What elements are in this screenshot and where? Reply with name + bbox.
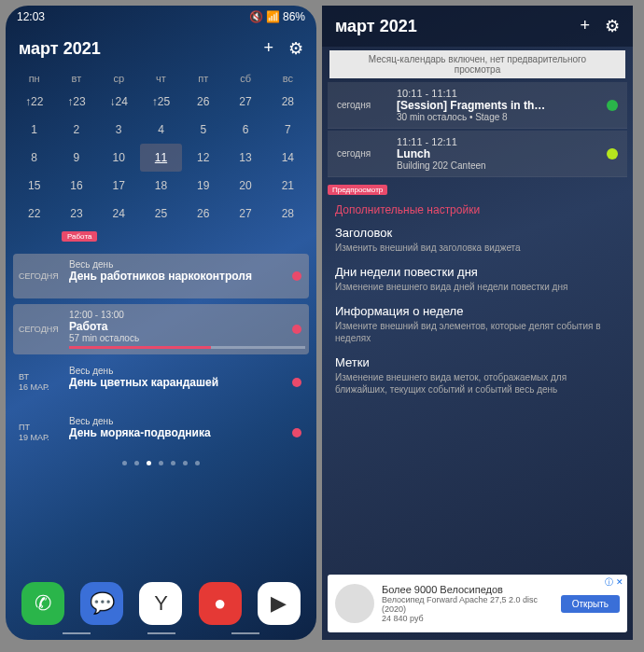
event-date: ВТ16 МАР. xyxy=(13,360,65,405)
widget-event[interactable]: сегодня 11:11 - 12:11 Lunch Building 202… xyxy=(328,131,627,177)
calendar-day[interactable]: 16 xyxy=(55,172,97,200)
setting-title: Дни недели повестки дня xyxy=(335,265,620,279)
status-icons: 🔇 📶 xyxy=(249,10,280,23)
weekday-label: пн xyxy=(13,69,55,88)
event-item[interactable]: ПТ19 МАР. Весь день День моряка-подводни… xyxy=(13,410,309,455)
calendar-day[interactable]: 11 xyxy=(140,144,182,172)
event-title: [Session] Fragments in th… xyxy=(397,99,607,112)
timeline-work-badge: Работа xyxy=(62,231,97,242)
calendar-day[interactable]: ↑25 xyxy=(140,88,182,116)
calendar-day[interactable]: 24 xyxy=(98,200,140,228)
dock-app-icon[interactable]: ✆ xyxy=(21,582,64,625)
add-icon[interactable]: + xyxy=(580,16,590,36)
event-item[interactable]: СЕГОДНЯ 12:00 - 13:00 Работа 57 min оста… xyxy=(13,304,309,354)
event-list: СЕГОДНЯ Весь день День работников наркок… xyxy=(6,248,316,455)
calendar-day[interactable]: ↑23 xyxy=(55,88,97,116)
calendar-day[interactable]: 26 xyxy=(182,200,224,228)
phone-left: 12:03 🔇 📶 86% март 2021 + ⚙ пнвтсрчтптсб… xyxy=(6,6,316,640)
calendar-day[interactable]: 28 xyxy=(267,88,309,116)
calendar-grid: пнвтсрчтптсбвс ↑22↑23↓24↑252627281234567… xyxy=(6,69,316,228)
settings-item[interactable]: Дни недели повестки дняИзменение внешнег… xyxy=(335,265,620,293)
dock-app-icon[interactable]: Y xyxy=(139,582,182,625)
calendar-day[interactable]: 10 xyxy=(98,144,140,172)
weekday-label: чт xyxy=(140,69,182,88)
event-time: Весь день xyxy=(69,416,305,426)
event-color-dot xyxy=(292,325,301,334)
calendar-day[interactable]: 21 xyxy=(267,172,309,200)
calendar-day[interactable]: 6 xyxy=(224,116,266,144)
event-title: День моряка-подводника xyxy=(69,426,305,439)
event-color-dot xyxy=(292,428,301,437)
calendar-day[interactable]: 17 xyxy=(98,172,140,200)
calendar-day[interactable]: 27 xyxy=(224,88,266,116)
event-color-dot xyxy=(292,271,301,281)
settings-heading: Дополнительные настройки xyxy=(335,203,620,216)
event-time: Весь день xyxy=(69,259,305,270)
calendar-day[interactable]: 14 xyxy=(267,144,309,172)
weekday-label: вс xyxy=(267,69,309,88)
calendar-day[interactable]: 8 xyxy=(13,144,55,172)
calendar-day[interactable]: 3 xyxy=(98,116,140,144)
calendar-day[interactable]: 26 xyxy=(182,88,224,116)
event-item[interactable]: ВТ16 МАР. Весь день День цветных каранда… xyxy=(13,360,309,405)
phone-right: март 2021 + ⚙ Месяц-календарь включен, н… xyxy=(322,6,633,640)
settings-item[interactable]: Информация о неделеИзмените внешний вид … xyxy=(335,304,620,344)
calendar-day[interactable]: 12 xyxy=(182,144,224,172)
calendar-day[interactable]: ↓24 xyxy=(98,88,140,116)
event-color-dot xyxy=(292,378,301,387)
event-date: ПТ19 МАР. xyxy=(13,410,65,455)
event-time: 11:11 - 12:11 xyxy=(397,136,607,147)
ad-price: 24 840 руб xyxy=(382,614,561,623)
calendar-day[interactable]: 20 xyxy=(224,172,266,200)
ad-cta-button[interactable]: Открыть xyxy=(561,595,620,613)
event-time: Весь день xyxy=(69,366,305,376)
timeline: Работа xyxy=(15,231,307,248)
settings-icon[interactable]: ⚙ xyxy=(288,38,303,59)
calendar-day[interactable]: 22 xyxy=(13,200,55,228)
settings-item[interactable]: ЗаголовокИзменить внешний вид заголовка … xyxy=(335,226,620,254)
dock-app-icon[interactable]: ▶ xyxy=(258,582,301,625)
nav-bar[interactable] xyxy=(6,629,316,638)
calendar-day[interactable]: 4 xyxy=(140,116,182,144)
event-title: Lunch xyxy=(397,147,607,160)
setting-desc: Изменить внешний вид заголовка виджета xyxy=(335,242,620,254)
calendar-day[interactable]: 23 xyxy=(55,200,97,228)
calendar-day[interactable]: 7 xyxy=(267,116,309,144)
calendar-day[interactable]: 19 xyxy=(182,172,224,200)
dock-app-icon[interactable]: ● xyxy=(199,582,242,625)
pager-dots[interactable] xyxy=(6,461,316,465)
weekday-label: сб xyxy=(224,69,266,88)
event-title: День цветных карандашей xyxy=(69,376,305,389)
settings-item[interactable]: МеткиИзменение внешнего вида меток, отоб… xyxy=(335,355,620,395)
event-item[interactable]: СЕГОДНЯ Весь день День работников наркок… xyxy=(13,254,309,298)
calendar-day[interactable]: 18 xyxy=(140,172,182,200)
calendar-day[interactable]: 2 xyxy=(55,116,97,144)
event-color-dot xyxy=(607,100,618,111)
calendar-day[interactable]: 5 xyxy=(182,116,224,144)
ad-banner[interactable]: Более 9000 Велосипедов Велосипед Forward… xyxy=(328,575,627,632)
calendar-day[interactable]: 25 xyxy=(140,200,182,228)
calendar-day[interactable]: 1 xyxy=(13,116,55,144)
dock: ✆💬Y●▶ xyxy=(6,582,316,625)
widget-event[interactable]: сегодня 10:11 - 11:11 [Session] Fragment… xyxy=(328,82,627,129)
month-title[interactable]: март 2021 xyxy=(19,39,101,59)
event-subtitle: Building 202 Canteen xyxy=(397,160,607,171)
dock-app-icon[interactable]: 💬 xyxy=(80,582,123,625)
setting-title: Информация о неделе xyxy=(335,304,620,318)
event-time: 12:00 - 13:00 xyxy=(69,310,305,320)
settings-icon[interactable]: ⚙ xyxy=(605,16,620,36)
event-color-dot xyxy=(607,148,618,160)
event-day-label: сегодня xyxy=(337,148,397,159)
calendar-day[interactable]: 9 xyxy=(55,144,97,172)
calendar-day[interactable]: 28 xyxy=(267,200,309,228)
calendar-day[interactable]: 13 xyxy=(224,144,266,172)
settings-section: Дополнительные настройки ЗаголовокИзмени… xyxy=(322,196,633,414)
calendar-day[interactable]: 15 xyxy=(13,172,55,200)
event-title: Работа xyxy=(69,320,305,333)
calendar-day[interactable]: ↑22 xyxy=(13,88,55,116)
add-icon[interactable]: + xyxy=(263,38,273,59)
calendar-day[interactable]: 27 xyxy=(224,200,266,228)
event-day-label: сегодня xyxy=(337,100,397,110)
widget-month-title[interactable]: март 2021 xyxy=(335,17,417,36)
ad-close-icon[interactable]: ⓘ ✕ xyxy=(605,576,623,589)
